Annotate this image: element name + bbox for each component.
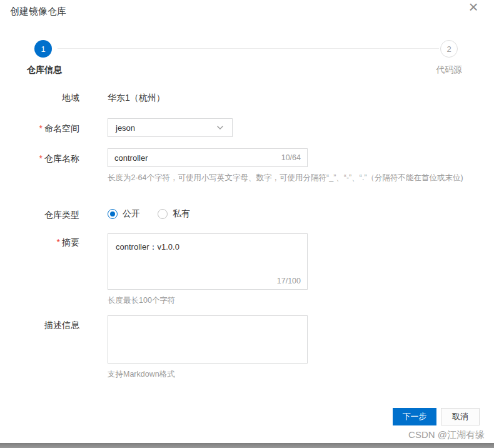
description-row: 描述信息 支持Markdown格式 <box>0 315 308 381</box>
step-1-label: 仓库信息 <box>27 64 62 76</box>
step-connector-line <box>58 48 439 49</box>
namespace-select[interactable]: jeson <box>108 118 233 137</box>
region-value: 华东1（杭州） <box>108 91 165 104</box>
region-row: 地域 华东1（杭州） <box>0 91 165 104</box>
repo-type-radio-group: 公开 私有 <box>108 207 190 220</box>
watermark-text: CSDN @江湖有缘 <box>408 429 485 441</box>
namespace-row: *命名空间 jeson <box>0 118 233 137</box>
repo-name-value: controller <box>114 153 148 163</box>
summary-label: *摘要 <box>0 233 79 248</box>
required-mark: * <box>39 153 43 163</box>
summary-counter: 17/100 <box>277 277 301 285</box>
radio-private-label: 私有 <box>173 208 190 220</box>
step-2-label: 代码源 <box>436 64 462 76</box>
repo-name-row: *仓库名称 controller 10/64 长度为2-64个字符，可使用小写英… <box>0 148 467 185</box>
description-label: 描述信息 <box>0 315 79 331</box>
horizontal-scrollbar[interactable] <box>0 443 494 448</box>
radio-private[interactable]: 私有 <box>158 208 190 220</box>
repo-type-label: 仓库类型 <box>0 207 79 221</box>
namespace-selected-value: jeson <box>116 123 135 133</box>
repo-name-hint: 长度为2-64个字符，可使用小写英文字母、数字，可使用分隔符“_”、“-”、“.… <box>108 171 467 185</box>
region-label: 地域 <box>0 91 79 104</box>
repo-name-input[interactable]: controller 10/64 <box>108 148 308 167</box>
summary-value: controller：v1.0.0 <box>108 234 307 260</box>
repo-name-label: *仓库名称 <box>0 148 79 165</box>
summary-row: *摘要 controller：v1.0.0 17/100 长度最长100个字符 <box>0 233 308 307</box>
namespace-label: *命名空间 <box>0 118 79 135</box>
required-mark: * <box>39 123 43 133</box>
radio-selected-icon <box>108 209 118 219</box>
description-textarea[interactable] <box>108 315 308 364</box>
close-icon[interactable]: × <box>464 0 483 16</box>
radio-public[interactable]: 公开 <box>108 208 140 220</box>
cancel-button[interactable]: 取消 <box>441 408 480 425</box>
step-1-circle: 1 <box>34 40 52 58</box>
repo-name-counter: 10/64 <box>281 153 301 162</box>
description-value <box>108 316 307 331</box>
radio-public-label: 公开 <box>123 208 140 220</box>
chevron-down-icon <box>216 123 224 132</box>
description-hint: 支持Markdown格式 <box>108 367 308 381</box>
summary-hint: 长度最长100个字符 <box>108 293 308 307</box>
step-2-circle: 2 <box>440 40 458 58</box>
dialog-title: 创建镜像仓库 <box>10 6 66 18</box>
next-step-button[interactable]: 下一步 <box>393 408 436 425</box>
repo-type-row: 仓库类型 公开 私有 <box>0 207 190 221</box>
summary-textarea[interactable]: controller：v1.0.0 17/100 <box>108 233 308 290</box>
required-mark: * <box>57 237 60 247</box>
radio-unselected-icon <box>158 209 168 219</box>
